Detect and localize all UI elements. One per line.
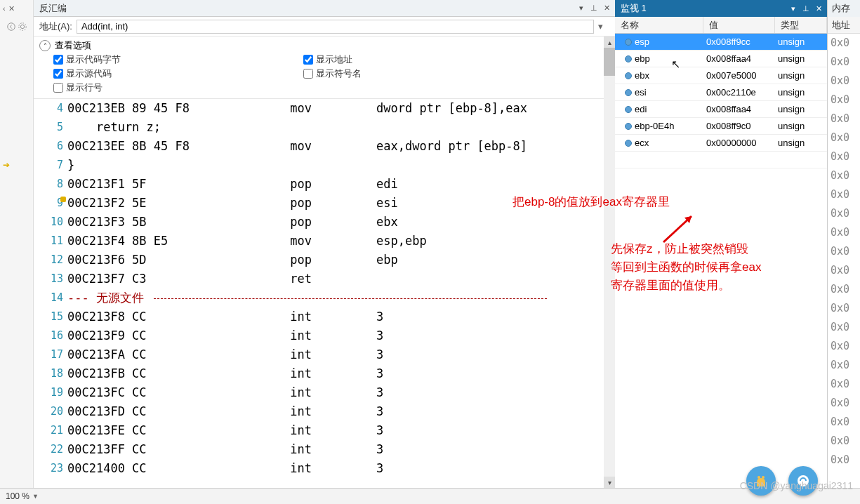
zoom-combo[interactable]: 100 % ▼ (6, 491, 39, 501)
scroll-up-icon[interactable]: ▴ (604, 37, 615, 48)
watch-name-input[interactable] (635, 104, 703, 114)
address-input[interactable] (77, 20, 594, 34)
scroll-down-icon[interactable]: ▾ (604, 477, 615, 488)
watch-row[interactable]: 0x008ffaa4unsign (615, 51, 827, 67)
watch-name-input[interactable] (635, 154, 703, 165)
watch-col-type[interactable]: 类型 (775, 17, 827, 33)
watch-name-input[interactable] (635, 70, 703, 81)
memory-row[interactable]: 0x0 (831, 53, 860, 72)
watch-row[interactable]: 0x008ff9ccunsign (615, 34, 827, 51)
watch-row-empty[interactable] (615, 152, 827, 168)
breakpoint-gutter[interactable] (34, 99, 46, 488)
memory-row[interactable]: 0x0 (831, 34, 860, 53)
opt-show-symbol[interactable]: 显示符号名 (303, 67, 362, 80)
memory-row[interactable]: 0x0 (831, 185, 860, 204)
memory-row[interactable]: 0x0 (831, 451, 860, 470)
opt-show-linenum[interactable]: 显示行号 (53, 81, 121, 94)
memory-row[interactable]: 0x0 (831, 110, 860, 128)
watch-type: unsign (775, 87, 827, 98)
close-icon[interactable]: ✕ (8, 4, 15, 13)
opt-show-code-bytes[interactable]: 显示代码字节 (53, 53, 121, 66)
checkbox[interactable] (53, 55, 63, 65)
watch-name-input[interactable] (635, 37, 703, 47)
watch-row[interactable]: 0x008ffaa4unsign (615, 101, 827, 118)
checkbox[interactable] (53, 83, 63, 93)
checkbox[interactable] (303, 69, 313, 79)
watch-col-value[interactable]: 值 (703, 17, 775, 33)
code-area: 4567891011121314151617181920212223 00C21… (34, 99, 615, 488)
memory-row[interactable]: 0x0 (831, 280, 860, 299)
memory-row[interactable]: 0x0 (831, 261, 860, 280)
watch-name-input[interactable] (635, 53, 703, 64)
code-line[interactable]: 00C21400 CC int 3 (67, 459, 615, 478)
memory-row[interactable]: 0x0 (831, 147, 860, 166)
memory-row[interactable]: 0x0 (831, 72, 860, 91)
memory-row[interactable]: 0x0 (831, 204, 860, 223)
chevron-up-icon[interactable]: ˄ (39, 40, 51, 51)
code-line[interactable]: 00C213FD CC int 3 (67, 402, 615, 421)
watch-name-input[interactable] (635, 138, 703, 148)
memory-row[interactable]: 0x0 (831, 242, 860, 261)
code-line[interactable]: return z; (67, 118, 615, 137)
memory-row[interactable]: 0x0 (831, 413, 860, 432)
code-line[interactable]: 00C213F7 C3 ret (67, 270, 615, 289)
memory-row[interactable]: 0x0 (831, 166, 860, 185)
code-line[interactable]: 00C213FF CC int 3 (67, 440, 615, 459)
opt-show-source[interactable]: 显示源代码 (53, 67, 121, 80)
chevron-left-icon[interactable]: ‹ (3, 4, 6, 13)
close-icon[interactable]: ✕ (813, 3, 824, 14)
code-line[interactable]: 00C213F4 8B E5 mov esp,ebp (67, 232, 615, 251)
settings-icon[interactable] (18, 22, 27, 32)
memory-row[interactable]: 0x0 (831, 356, 860, 375)
code-line[interactable]: 00C213FB CC int 3 (67, 364, 615, 383)
address-dropdown-icon[interactable]: ▾ (598, 21, 609, 32)
watch-row[interactable]: 0x00000000unsign (615, 135, 827, 152)
close-icon[interactable]: ✕ (601, 3, 612, 14)
code-line[interactable]: 00C213EE 8B 45 F8 mov eax,dword ptr [ebp… (67, 137, 615, 156)
code-body[interactable]: 00C213EB 89 45 F8 mov dword ptr [ebp-8],… (67, 99, 615, 488)
watch-row[interactable]: 0x007e5000unsign (615, 67, 827, 84)
pin-icon[interactable]: ⊥ (800, 3, 812, 14)
watch-row[interactable]: 0x008ff9c0unsign (615, 118, 827, 135)
checkbox[interactable] (53, 69, 63, 79)
memory-row[interactable]: 0x0 (831, 337, 860, 356)
code-line[interactable]: 00C213EB 89 45 F8 mov dword ptr [ebp-8],… (67, 99, 615, 118)
scroll-thumb[interactable] (604, 48, 615, 76)
watch-name-input[interactable] (635, 121, 703, 131)
memory-row[interactable]: 0x0 (831, 318, 860, 337)
watermark: CSDN @yanghuagai2311 (740, 480, 853, 491)
memory-row[interactable]: 0x0 (831, 91, 860, 110)
watch-value: 0x007e5000 (703, 70, 775, 81)
watch-type: unsign (775, 70, 827, 81)
checkbox[interactable] (303, 55, 313, 65)
watch-row[interactable]: 0x00c2110eunsign (615, 84, 827, 101)
memory-row[interactable]: 0x0 (831, 394, 860, 413)
code-line[interactable]: 00C213F3 5B pop ebx (67, 213, 615, 232)
code-line[interactable]: 00C213FE CC int 3 (67, 421, 615, 440)
code-line[interactable]: 00C213F1 5F pop edi (67, 175, 615, 194)
code-line[interactable]: 00C213F8 CC int 3 (67, 307, 615, 326)
dropdown-icon[interactable]: ▾ (788, 3, 799, 14)
watch-col-name[interactable]: 名称 (615, 17, 703, 33)
watch-rows: 0x008ff9ccunsign0x008ffaa4unsign0x007e50… (615, 34, 827, 168)
memory-row[interactable]: 0x0 (831, 128, 860, 147)
back-icon[interactable] (6, 22, 16, 32)
line-numbers: 4567891011121314151617181920212223 (46, 99, 67, 488)
annotation-text-2: 先保存z，防止被突然销毁 等回到主函数的时候再拿eax 寄存器里面的值使用。 (611, 240, 761, 295)
code-line[interactable]: --- 无源文件 (67, 289, 615, 307)
view-options-header[interactable]: ˄ 查看选项 (39, 39, 609, 52)
opt-show-address[interactable]: 显示地址 (303, 53, 362, 66)
code-line[interactable]: } (67, 156, 615, 175)
code-line[interactable]: 00C213F9 CC int 3 (67, 326, 615, 345)
dropdown-icon[interactable]: ▾ (576, 3, 587, 14)
code-line[interactable]: 00C213F6 5D pop ebp (67, 251, 615, 270)
chevron-down-icon[interactable]: ▼ (32, 493, 39, 500)
code-line[interactable]: 00C213FA CC int 3 (67, 345, 615, 364)
watch-name-input[interactable] (635, 87, 703, 98)
memory-row[interactable]: 0x0 (831, 375, 860, 394)
code-line[interactable]: 00C213FC CC int 3 (67, 383, 615, 402)
memory-row[interactable]: 0x0 (831, 223, 860, 242)
memory-row[interactable]: 0x0 (831, 432, 860, 451)
memory-row[interactable]: 0x0 (831, 299, 860, 318)
pin-icon[interactable]: ⊥ (588, 3, 600, 14)
